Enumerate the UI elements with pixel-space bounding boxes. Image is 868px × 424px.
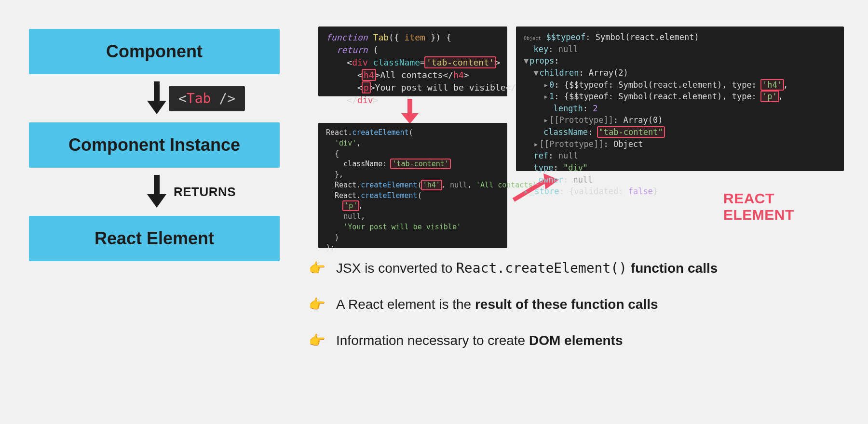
tab-chip: <Tab /> bbox=[169, 86, 245, 111]
box-element: React Element bbox=[29, 216, 280, 261]
tab-name: Tab bbox=[187, 91, 211, 106]
highlight-h4-1: h4 bbox=[363, 70, 375, 80]
box-component-label: Component bbox=[106, 41, 203, 61]
returns-label: RETURNS bbox=[174, 185, 236, 199]
code-create-element: React.createElement( 'div', { className:… bbox=[318, 123, 507, 248]
arrow-down-icon bbox=[147, 175, 166, 209]
bullet-1: 👉 JSX is converted to React.createElemen… bbox=[309, 260, 839, 276]
highlight-tab-content-1: 'tab-content' bbox=[425, 57, 495, 67]
highlight-h4-3: 'h4' bbox=[761, 80, 783, 90]
svg-marker-1 bbox=[147, 101, 166, 114]
tab-lt: < bbox=[178, 91, 187, 106]
react-element-label: REACT ELEMENT bbox=[723, 190, 849, 223]
box-instance-label: Component Instance bbox=[68, 135, 240, 155]
left-column: Component <Tab /> Component Instance RET… bbox=[29, 29, 285, 261]
arrow-2-wrap: RETURNS bbox=[29, 168, 285, 216]
arrow-1-wrap: <Tab /> bbox=[29, 74, 285, 122]
arrow-down-icon bbox=[147, 81, 166, 115]
pointing-hand-icon: 👉 bbox=[309, 260, 326, 276]
arrow-jsx-to-create bbox=[400, 99, 420, 125]
highlight-h4-2: 'h4' bbox=[422, 181, 441, 189]
svg-rect-0 bbox=[154, 81, 160, 102]
svg-rect-2 bbox=[154, 175, 160, 195]
bullet-3: 👉 Information necessary to create DOM el… bbox=[309, 332, 839, 348]
highlight-p-2: 'p' bbox=[343, 201, 358, 210]
tab-close: /> bbox=[211, 91, 235, 106]
pointing-hand-icon: 👉 bbox=[309, 296, 326, 312]
highlight-tab-content-3: "tab-content" bbox=[598, 127, 664, 137]
bullets: 👉 JSX is converted to React.createElemen… bbox=[309, 260, 839, 369]
svg-marker-5 bbox=[401, 113, 419, 124]
svg-marker-3 bbox=[147, 194, 166, 208]
box-element-label: React Element bbox=[95, 228, 214, 248]
highlight-tab-content-2: 'tab-content' bbox=[391, 159, 449, 168]
highlight-p-1: p bbox=[363, 82, 370, 93]
pointing-hand-icon: 👉 bbox=[309, 332, 326, 348]
box-component: Component bbox=[29, 29, 280, 74]
arrow-pink-down-icon bbox=[400, 99, 420, 125]
bullet-2: 👉 A React element is the result of these… bbox=[309, 296, 839, 312]
box-instance: Component Instance bbox=[29, 122, 280, 168]
svg-rect-4 bbox=[407, 99, 412, 114]
code-jsx: function Tab({ item }) { return ( <div c… bbox=[318, 26, 507, 96]
highlight-p-3: 'p' bbox=[761, 92, 778, 101]
code-inspector: Object $$typeof: Symbol(react.element) k… bbox=[516, 26, 844, 171]
